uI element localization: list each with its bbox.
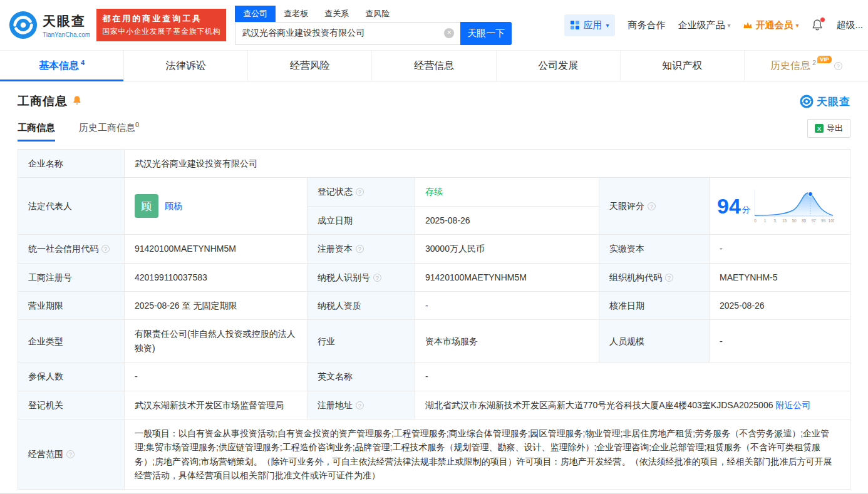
table-row: 企业名称 武汉光谷商业建设投资有限公司: [18, 150, 850, 178]
nearby-companies-link[interactable]: 附近公司: [775, 400, 810, 410]
export-button[interactable]: X 导出: [807, 119, 850, 138]
export-label: 导出: [827, 123, 843, 134]
slogan-line2: 国家中小企业发展子基金旗下机构: [102, 26, 220, 37]
subtab-history-business-info[interactable]: 历史工商信息0: [79, 121, 139, 142]
score-value: 94: [717, 195, 741, 217]
score-label: 天眼评分?: [599, 178, 710, 235]
org-code-label: 组织机构代码?: [599, 263, 710, 291]
address-label: 注册地址?: [307, 391, 415, 419]
help-icon[interactable]: ?: [356, 245, 364, 253]
help-icon[interactable]: ?: [356, 188, 364, 196]
subtab-row: 工商信息 历史工商信息0 X 导出: [18, 119, 850, 142]
industry-label: 行业: [307, 320, 415, 363]
svg-text:0: 0: [754, 219, 757, 223]
business-term-value: 2025-08-26 至 无固定期限: [125, 291, 307, 319]
insured-label: 参保人数: [18, 363, 125, 391]
search-input[interactable]: [242, 28, 444, 38]
tab-operation-info[interactable]: 经营信息: [372, 51, 496, 81]
score-distribution-chart: 0 1 3 15 50 85 97 99 100: [753, 187, 834, 225]
establish-date-value: 2025-08-26: [415, 206, 599, 234]
score-cell: 94 分: [710, 178, 850, 235]
watermark-brand-text: 天眼查: [817, 95, 850, 109]
search-tab-boss[interactable]: 查老板: [276, 6, 316, 22]
legal-rep-label: 法定代表人: [18, 178, 125, 235]
help-icon[interactable]: ?: [101, 245, 110, 253]
table-row: 企业类型 有限责任公司(非自然人投资或控股的法人独资) 行业 资本市场服务 人员…: [18, 320, 850, 363]
subtab-business-info[interactable]: 工商信息: [18, 122, 55, 142]
apps-menu-label: 应用: [583, 19, 602, 31]
menu-super-vip[interactable]: 超级...: [836, 19, 863, 31]
top-header: 天眼查 TianYanCha.com 都在用的商业查询工具 国家中小企业发展子基…: [0, 0, 868, 50]
search-button[interactable]: 天眼一下: [460, 22, 512, 45]
notification-bell-icon[interactable]: [811, 19, 824, 31]
apps-menu-button[interactable]: 应用 ▾: [564, 14, 615, 36]
chevron-down-icon: ▾: [795, 22, 798, 29]
staff-size-label: 人员规模: [599, 320, 710, 363]
company-type-label: 企业类型: [18, 320, 125, 363]
credit-code-label: 统一社会信用代码?: [18, 235, 125, 263]
table-row: 营业期限 2025-08-26 至 无固定期限 纳税人资质 - 核准日期 202…: [18, 291, 850, 319]
taxpayer-quality-value: -: [415, 291, 599, 319]
table-row: 工商注册号 420199110037583 纳税人识别号? 91420100MA…: [18, 263, 850, 291]
tab-company-development[interactable]: 公司发展: [497, 51, 621, 81]
slogan-badge: 都在用的商业查询工具 国家中小企业发展子基金旗下机构: [96, 9, 226, 41]
english-name-label: 英文名称: [307, 363, 415, 391]
tab-intellectual-property[interactable]: 知识产权: [621, 51, 745, 81]
search-input-wrap: ×: [235, 22, 460, 45]
help-icon[interactable]: ?: [373, 274, 381, 282]
svg-text:X: X: [817, 126, 821, 132]
excel-icon: X: [815, 124, 824, 133]
taxpayer-id-value: 91420100MAETYNHM5M: [415, 263, 599, 291]
main-content: 工商信息 天眼查 工商信息 历史工商信息0: [0, 86, 868, 490]
menu-enterprise-label: 企业级产品: [678, 19, 725, 31]
legal-rep-avatar[interactable]: 顾: [135, 194, 158, 218]
tianyancha-logo-icon: [9, 11, 38, 39]
legal-rep-link[interactable]: 顾杨: [165, 199, 182, 213]
vip-badge: VIP: [817, 56, 832, 63]
tianyancha-logo-icon: [800, 95, 814, 108]
table-row: 经营范围? 一般项目：以自有资金从事投资活动;自有资金投资的资产管理服务;工程管…: [18, 419, 850, 490]
company-name-label: 企业名称: [18, 150, 125, 178]
menu-business-cooperation[interactable]: 商务合作: [628, 19, 665, 31]
help-icon[interactable]: ?: [66, 450, 75, 458]
insured-value: -: [125, 363, 307, 391]
reg-number-value: 420199110037583: [125, 263, 307, 291]
section-title: 工商信息: [18, 93, 68, 110]
org-code-value: MAETYNHM-5: [710, 263, 850, 291]
search-tabs: 查公司 查老板 查关系 查风险: [235, 6, 512, 22]
svg-text:3: 3: [773, 219, 776, 223]
help-icon[interactable]: ?: [648, 202, 656, 210]
reg-capital-label: 注册资本?: [307, 235, 415, 263]
menu-enterprise-products[interactable]: 企业级产品 ▾: [678, 19, 730, 31]
taxpayer-id-label: 纳税人识别号?: [307, 263, 415, 291]
tab-legal-litigation[interactable]: 法律诉讼: [124, 51, 248, 81]
tab-count-badge: 4: [81, 59, 85, 66]
help-icon[interactable]: ?: [356, 401, 364, 409]
address-value: 湖北省武汉市东湖新技术开发区高新大道770号光谷科技大厦A座4楼403室KJDS…: [425, 400, 773, 410]
menu-open-vip[interactable]: 开通会员 ▾: [743, 19, 798, 31]
clear-search-icon[interactable]: ×: [444, 28, 454, 38]
logo-subtitle: TianYanCha.com: [43, 31, 90, 38]
tab-basic-info[interactable]: 基本信息4: [0, 51, 124, 81]
search-tab-risk[interactable]: 查风险: [357, 6, 398, 22]
svg-text:1: 1: [764, 219, 767, 223]
tianyancha-company-page: 天眼查 TianYanCha.com 都在用的商业查询工具 国家中小企业发展子基…: [0, 0, 868, 490]
company-name-value: 武汉光谷商业建设投资有限公司: [125, 150, 850, 178]
reg-authority-label: 登记机关: [18, 391, 125, 419]
alert-bell-icon[interactable]: [72, 95, 82, 105]
svg-text:15: 15: [782, 219, 787, 223]
search-tab-relation[interactable]: 查关系: [316, 6, 357, 22]
svg-text:85: 85: [802, 219, 807, 223]
search-tab-company[interactable]: 查公司: [235, 6, 276, 22]
help-icon[interactable]: ?: [834, 62, 842, 70]
help-icon[interactable]: ?: [665, 274, 673, 282]
staff-size-value: -: [710, 320, 850, 363]
svg-text:100: 100: [828, 219, 834, 223]
reg-number-label: 工商注册号: [18, 263, 125, 291]
table-row: 参保人数 - 英文名称 -: [18, 363, 850, 391]
tab-operation-risk[interactable]: 经营风险: [248, 51, 372, 81]
reg-authority-value: 武汉东湖新技术开发区市场监督管理局: [125, 391, 307, 419]
tab-history-info[interactable]: 历史信息2VIP?: [745, 51, 868, 81]
credit-code-value: 91420100MAETYNHM5M: [125, 235, 307, 263]
tianyancha-logo[interactable]: 天眼查 TianYanCha.com: [9, 11, 90, 39]
